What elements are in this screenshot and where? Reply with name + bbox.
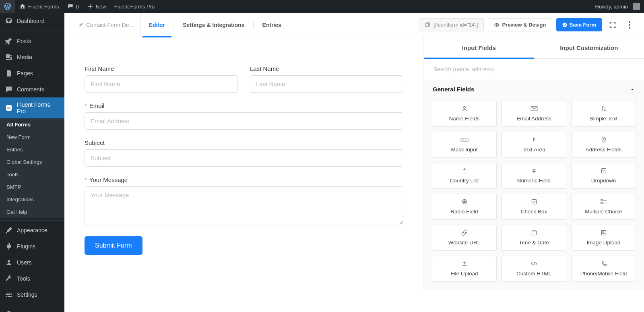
submenu-new-form[interactable]: New Form	[0, 131, 64, 143]
sidebar-item-users[interactable]: Users	[0, 254, 64, 271]
fullscreen-button[interactable]	[606, 19, 619, 31]
sidebar-item-comments[interactable]: Comments	[0, 81, 64, 97]
sidebar-label: Users	[17, 259, 32, 266]
field-card[interactable]: Dropdown	[571, 163, 636, 189]
submenu-tools[interactable]: Tools	[0, 168, 64, 181]
field-card[interactable]: Custom HTML	[502, 256, 566, 282]
sidebar-item-appearance[interactable]: Appearance	[0, 222, 64, 238]
comments-link[interactable]: 0	[63, 0, 83, 13]
site-name[interactable]: Fluent Forms	[15, 0, 63, 13]
sidebar-item-posts[interactable]: Posts	[0, 33, 64, 49]
wordpress-icon	[4, 3, 11, 10]
field-card[interactable]: File Upload	[432, 256, 497, 282]
check-icon	[562, 23, 567, 27]
field-icon	[601, 260, 607, 267]
submenu-integrations[interactable]: Integrations	[0, 193, 64, 206]
media-icon	[5, 53, 13, 61]
collapse-icon	[5, 310, 13, 312]
panel-tab-input-customization[interactable]: Input Customization	[534, 37, 644, 58]
submit-button[interactable]: Submit Form	[85, 236, 142, 255]
field-card[interactable]: Website URL	[432, 225, 497, 251]
form-canvas: First Name Last Name *Email Subject *You…	[64, 37, 423, 290]
field-icon	[531, 229, 537, 236]
last-name-input[interactable]	[250, 75, 403, 93]
email-input[interactable]	[85, 112, 403, 130]
shortcode[interactable]: [fluentform id="14"]	[419, 18, 484, 31]
preview-button[interactable]: Preview & Design	[488, 18, 552, 31]
field-card[interactable]: Multiple Choice	[571, 194, 636, 220]
tab-entries[interactable]: Entries	[256, 13, 288, 37]
field-label: Phone/Mobile Field	[580, 271, 627, 277]
first-name-input[interactable]	[85, 75, 238, 93]
field-card[interactable]: Simple Text	[571, 101, 636, 127]
sidebar-label: Tools	[17, 275, 30, 282]
sidebar-item-pages[interactable]: Pages	[0, 65, 64, 81]
sidebar-item-settings[interactable]: Settings	[0, 287, 64, 303]
email-label: *Email	[85, 102, 403, 109]
submenu-global-settings[interactable]: Global Settings	[0, 156, 64, 168]
section-label: General Fields	[433, 86, 474, 93]
field-card[interactable]: Radio Field	[432, 194, 497, 220]
field-label: Time & Date	[519, 240, 549, 246]
form-name-label: Contact Form De…	[86, 22, 135, 28]
field-card[interactable]: Time & Date	[502, 225, 566, 251]
more-button[interactable]	[623, 19, 636, 31]
field-card[interactable]: Name Fields	[432, 101, 497, 127]
fields-panel: Input Fields Input Customization General…	[423, 37, 644, 290]
field-card[interactable]: Address Fields	[571, 132, 636, 158]
plugin-link[interactable]: Fluent Forms Pro	[110, 0, 159, 13]
message-label: *Your Message	[85, 176, 403, 183]
search-input[interactable]	[432, 63, 636, 76]
svg-rect-15	[601, 168, 606, 173]
submenu-smtp[interactable]: SMTP	[0, 181, 64, 193]
tab-settings[interactable]: Settings & Integrations	[176, 13, 251, 37]
save-label: Save Form	[570, 22, 596, 28]
submenu-entries[interactable]: Entries	[0, 143, 64, 156]
field-label: Image Upload	[586, 240, 620, 246]
field-icon	[461, 105, 468, 112]
form-name[interactable]: Contact Form De…	[72, 13, 141, 37]
field-card[interactable]: Check Box	[502, 194, 566, 220]
field-card[interactable]: Text Area	[502, 132, 566, 158]
field-icon	[531, 167, 537, 174]
field-card[interactable]: Phone/Mobile Field	[571, 256, 636, 282]
eye-icon	[494, 22, 500, 28]
tab-editor[interactable]: Editor	[142, 13, 171, 37]
panel-tab-input-fields[interactable]: Input Fields	[424, 37, 534, 58]
pushpin-icon	[5, 37, 13, 45]
new-link[interactable]: New	[83, 0, 110, 13]
field-card[interactable]: Country List	[432, 163, 497, 189]
save-button[interactable]: Save Form	[556, 18, 602, 31]
first-name-label: First Name	[85, 65, 238, 72]
sidebar-item-media[interactable]: Media	[0, 49, 64, 65]
sidebar-item-plugins[interactable]: Plugins	[0, 238, 64, 254]
tab-separator: |	[173, 21, 175, 29]
svg-point-14	[603, 138, 604, 140]
submenu-get-help[interactable]: Get Help	[0, 206, 64, 218]
svg-point-11	[463, 106, 465, 108]
wp-logo[interactable]	[0, 0, 15, 13]
field-card[interactable]: Numeric Field	[502, 163, 566, 189]
howdy-link[interactable]: Howdy, admin	[591, 0, 644, 13]
collapse-menu[interactable]: Collapse menu	[0, 307, 64, 312]
field-icon	[461, 229, 468, 236]
wp-admin-bar: Fluent Forms 0 New Fluent Forms Pro Howd…	[0, 0, 644, 13]
sidebar-item-tools[interactable]: Tools	[0, 271, 64, 287]
site-name-label: Fluent Forms	[28, 4, 59, 10]
sidebar-item-dashboard[interactable]: Dashboard	[0, 13, 64, 29]
message-textarea[interactable]	[85, 186, 403, 225]
field-card[interactable]: Email Address	[502, 101, 566, 127]
field-icon	[531, 198, 537, 205]
section-general-fields[interactable]: General Fields	[424, 80, 644, 98]
sidebar-item-fluent-forms[interactable]: Fluent Forms Pro	[0, 97, 64, 118]
field-icon	[461, 198, 468, 205]
field-card[interactable]: Image Upload	[571, 225, 636, 251]
shortcode-text: [fluentform id="14"]	[433, 22, 478, 28]
subject-input[interactable]	[85, 149, 403, 167]
field-card[interactable]: Mask Input	[432, 132, 497, 158]
edit-icon	[78, 22, 84, 28]
field-icon	[601, 167, 607, 174]
sidebar-label: Posts	[17, 38, 31, 44]
sidebar-label: Fluent Forms Pro	[17, 101, 60, 114]
submenu-all-forms[interactable]: All Forms	[0, 118, 64, 131]
